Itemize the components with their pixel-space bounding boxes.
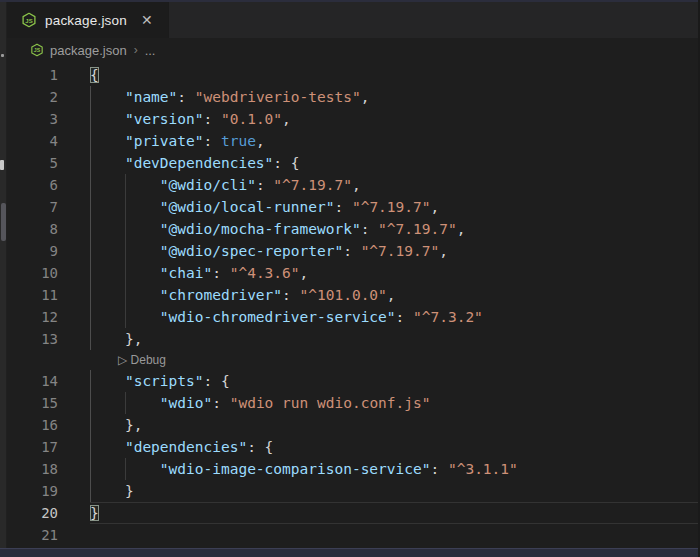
line-number[interactable]: 12	[7, 306, 90, 328]
token: :	[282, 287, 299, 303]
line-content[interactable]: "scripts": {	[90, 370, 700, 392]
token: "^7.19.7"	[352, 199, 431, 215]
indent-guide	[90, 392, 91, 414]
line-content[interactable]: "@wdio/cli": "^7.19.7",	[90, 174, 700, 196]
token: "0.1.0"	[221, 111, 282, 127]
token: true	[221, 133, 256, 149]
line-content[interactable]: "name": "webdriverio-tests",	[90, 86, 700, 108]
indent-guide	[90, 370, 91, 392]
code-line-9: 9 "@wdio/spec-reporter": "^7.19.7",	[7, 240, 700, 262]
indent-guide	[125, 284, 126, 306]
line-number[interactable]: 9	[7, 240, 90, 262]
line-content[interactable]: "chromedriver": "^101.0.0",	[90, 284, 700, 306]
indent-guide	[125, 218, 126, 240]
window-bottom-edge	[0, 548, 700, 557]
line-number[interactable]: 14	[7, 370, 90, 392]
code-line-8: 8 "@wdio/mocha-framework": "^7.19.7",	[7, 218, 700, 240]
close-icon[interactable]: ✕	[139, 11, 155, 29]
line-content[interactable]: "@wdio/local-runner": "^7.19.7",	[90, 196, 700, 218]
line-content[interactable]: "private": true,	[90, 130, 700, 152]
token: "wdio run wdio.conf.js"	[230, 395, 431, 411]
line-content[interactable]: "wdio-image-comparison-service": "^3.1.1…	[90, 458, 700, 480]
line-content[interactable]: }	[90, 480, 700, 502]
line-number[interactable]: 1	[7, 64, 90, 86]
line-content[interactable]: "wdio-chromedriver-service": "^7.3.2"	[90, 306, 700, 328]
code-line-19: 19 }	[7, 480, 700, 502]
line-content[interactable]: }	[90, 502, 700, 524]
token: ,	[439, 243, 448, 259]
code-line-12: 12 "wdio-chromedriver-service": "^7.3.2"	[7, 306, 700, 328]
indent-guide	[90, 328, 91, 350]
line-content[interactable]: "dependencies": {	[90, 436, 700, 458]
code-line-17: 17 "dependencies": {	[7, 436, 700, 458]
line-content[interactable]: },	[90, 414, 700, 436]
line-number[interactable]: 15	[7, 392, 90, 414]
line-number[interactable]: 20	[7, 502, 90, 524]
indent-guide	[125, 306, 126, 328]
token: "webdriverio-tests"	[195, 89, 361, 105]
code-line-5: 5 "devDependencies": {	[7, 152, 700, 174]
token: "^7.3.2"	[413, 309, 483, 325]
line-number[interactable]: 2	[7, 86, 90, 108]
line-content[interactable]: "version": "0.1.0",	[90, 108, 700, 130]
code-line-4: 4 "private": true,	[7, 130, 700, 152]
token: "name"	[125, 89, 177, 105]
window-top-edge	[0, 0, 700, 2]
token: "^7.19.7"	[378, 221, 457, 237]
line-number[interactable]: 19	[7, 480, 90, 502]
code-line-20: 20}	[7, 502, 700, 524]
line-number[interactable]: 11	[7, 284, 90, 306]
token: },	[90, 417, 142, 433]
line-number[interactable]: 18	[7, 458, 90, 480]
line-number[interactable]: 16	[7, 414, 90, 436]
indent-guide	[125, 174, 126, 196]
line-number[interactable]: 6	[7, 174, 90, 196]
line-content[interactable]: },	[90, 328, 700, 350]
token	[90, 133, 125, 149]
line-number[interactable]: 5	[7, 152, 90, 174]
breadcrumb-symbol[interactable]: ...	[145, 43, 156, 58]
indent-guide	[90, 458, 91, 480]
line-content[interactable]: {	[90, 64, 700, 86]
indent-guide	[90, 262, 91, 284]
token: ,	[256, 133, 265, 149]
indent-guide	[90, 306, 91, 328]
tab-label: package.json	[45, 13, 127, 28]
line-number[interactable]: 8	[7, 218, 90, 240]
token: },	[90, 331, 142, 347]
sliver-scrollbar-thumb	[1, 203, 6, 241]
token: :	[212, 395, 229, 411]
line-content[interactable]: "wdio": "wdio run wdio.conf.js"	[90, 392, 700, 414]
line-number[interactable]: 7	[7, 196, 90, 218]
breadcrumb-file[interactable]: package.json	[50, 43, 127, 58]
line-number[interactable]: 13	[7, 328, 90, 350]
line-number[interactable]: 4	[7, 130, 90, 152]
line-number[interactable]: 17	[7, 436, 90, 458]
indent-guide	[125, 262, 126, 284]
token: :	[343, 243, 360, 259]
token	[90, 89, 125, 105]
line-content[interactable]: "chai": "^4.3.6",	[90, 262, 700, 284]
token: "version"	[125, 111, 204, 127]
token: ,	[457, 221, 466, 237]
token: :	[361, 221, 378, 237]
indent-guide	[90, 414, 91, 436]
editor[interactable]: 1{2 "name": "webdriverio-tests",3 "versi…	[7, 62, 700, 557]
indent-guide	[125, 458, 126, 480]
codelens-debug-action[interactable]: ▷ Debug	[118, 350, 166, 370]
line-number[interactable]: 10	[7, 262, 90, 284]
line-content[interactable]: "@wdio/spec-reporter": "^7.19.7",	[90, 240, 700, 262]
line-content[interactable]	[90, 524, 700, 546]
line-content[interactable]: "@wdio/mocha-framework": "^7.19.7",	[90, 218, 700, 240]
indent-guide	[125, 392, 126, 414]
indent-guide	[90, 218, 91, 240]
token: "wdio-image-comparison-service"	[160, 461, 431, 477]
token: "chromedriver"	[160, 287, 282, 303]
token: : {	[204, 373, 230, 389]
token: ,	[300, 265, 309, 281]
line-content[interactable]: "devDependencies": {	[90, 152, 700, 174]
line-number[interactable]: 21	[7, 524, 90, 546]
code-line-15: 15 "wdio": "wdio run wdio.conf.js"	[7, 392, 700, 414]
line-number[interactable]: 3	[7, 108, 90, 130]
tab-package-json[interactable]: JS package.json ✕	[7, 2, 169, 38]
